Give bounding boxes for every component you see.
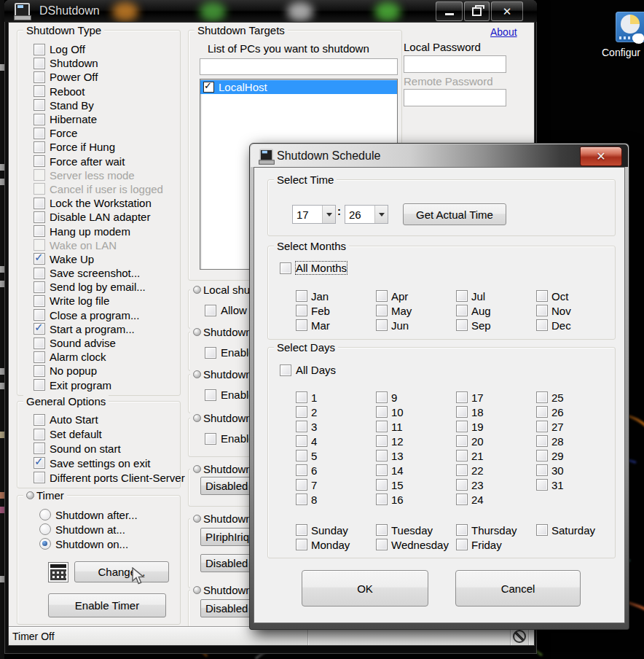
checkbox[interactable]: [456, 494, 468, 505]
all-months-checkbox[interactable]: All Months: [280, 261, 347, 275]
radio-item[interactable]: Shutdown at...: [39, 522, 138, 537]
checkbox[interactable]: [456, 290, 468, 302]
month-checkbox-item[interactable]: Aug: [456, 303, 536, 318]
checkbox-item[interactable]: Shutdown: [34, 56, 163, 70]
checkbox-item[interactable]: Server less mode: [34, 168, 163, 182]
checkbox[interactable]: [296, 305, 307, 316]
checkbox[interactable]: [34, 155, 45, 167]
radio-button[interactable]: [39, 538, 51, 550]
checkbox[interactable]: [376, 305, 388, 316]
checkbox-item[interactable]: Close a program...: [34, 308, 163, 322]
checkbox[interactable]: [536, 479, 548, 491]
close-button[interactable]: ✕: [491, 1, 523, 21]
day-checkbox-item[interactable]: 23: [456, 477, 536, 492]
checkbox[interactable]: [296, 290, 307, 302]
checkbox[interactable]: [296, 539, 307, 550]
checkbox[interactable]: [205, 305, 216, 316]
desktop-shortcut-label[interactable]: Configur: [602, 47, 644, 58]
month-checkbox-item[interactable]: Apr: [376, 289, 456, 303]
checkbox-item[interactable]: Write log file: [34, 294, 163, 308]
checkbox[interactable]: [296, 464, 307, 476]
checkbox[interactable]: [34, 429, 45, 440]
dialog-title-bar[interactable]: Shutdown Schedule ✕: [251, 144, 628, 167]
checkbox-item[interactable]: Stand By: [34, 98, 163, 112]
checkbox[interactable]: [536, 290, 548, 302]
about-link[interactable]: About: [490, 26, 517, 38]
checkbox-item[interactable]: Cancel if user is logged: [34, 182, 163, 196]
checkbox[interactable]: [376, 464, 388, 476]
checkbox-item[interactable]: Auto Start: [34, 413, 185, 427]
checkbox[interactable]: [536, 524, 548, 536]
weekday-checkbox-item[interactable]: Monday: [296, 537, 376, 552]
checkbox[interactable]: [536, 391, 548, 403]
checkbox[interactable]: [456, 464, 468, 476]
checkbox-item[interactable]: Different ports Client-Server: [34, 470, 185, 485]
checkbox[interactable]: [34, 309, 45, 321]
weekday-checkbox-item[interactable]: Friday: [456, 537, 536, 552]
weekday-checkbox-item[interactable]: Sunday: [296, 523, 376, 537]
checkbox[interactable]: [296, 391, 307, 403]
weekday-checkbox-item[interactable]: Saturday: [536, 523, 616, 537]
checkbox-item[interactable]: Sound advise: [34, 336, 163, 350]
day-checkbox-item[interactable]: 10: [376, 405, 456, 419]
checkbox-item[interactable]: Start a program...: [34, 322, 163, 336]
checkbox[interactable]: [296, 435, 307, 447]
day-checkbox-item[interactable]: 24: [456, 492, 536, 507]
radio-button[interactable]: [39, 509, 51, 520]
checkbox[interactable]: [34, 183, 45, 195]
day-checkbox-item[interactable]: 6: [296, 463, 376, 477]
checkbox[interactable]: [34, 281, 45, 293]
checkbox[interactable]: [34, 414, 45, 426]
weekday-checkbox-item[interactable]: Tuesday: [376, 523, 456, 537]
checkbox[interactable]: [536, 319, 548, 331]
checkbox[interactable]: [34, 99, 45, 111]
checkbox[interactable]: [456, 391, 468, 403]
dialog-close-button[interactable]: ✕: [580, 147, 622, 166]
checkbox-item[interactable]: Alarm clock: [34, 350, 163, 364]
day-checkbox-item[interactable]: 8: [296, 492, 376, 507]
checkbox[interactable]: [536, 464, 548, 476]
checkbox[interactable]: [34, 169, 45, 181]
checkbox[interactable]: [376, 539, 388, 550]
checkbox[interactable]: [296, 319, 307, 331]
checkbox-item[interactable]: Log Off: [34, 42, 163, 56]
checkbox-item[interactable]: Set default: [34, 427, 185, 442]
day-checkbox-item[interactable]: 12: [376, 434, 456, 448]
day-checkbox-item[interactable]: 9: [376, 390, 456, 405]
month-checkbox-item[interactable]: Feb: [296, 303, 376, 318]
radio-item[interactable]: Shutdown on...: [39, 537, 138, 551]
checkbox[interactable]: [456, 524, 468, 536]
checkbox[interactable]: [456, 305, 468, 316]
checkbox[interactable]: [296, 479, 307, 491]
checkbox-item[interactable]: Force: [34, 126, 163, 140]
checkbox[interactable]: [34, 351, 45, 363]
checkbox[interactable]: [296, 421, 307, 432]
checkbox-item[interactable]: Exit program: [34, 378, 163, 392]
checkbox[interactable]: [34, 225, 45, 237]
day-checkbox-item[interactable]: 17: [456, 390, 536, 405]
checkbox[interactable]: [456, 406, 468, 418]
checkbox-item[interactable]: Force if Hung: [34, 140, 163, 154]
checkbox[interactable]: [34, 198, 45, 209]
checkbox[interactable]: [34, 268, 45, 279]
day-checkbox-item[interactable]: 18: [456, 405, 536, 419]
pc-name-input[interactable]: [200, 58, 398, 75]
weekday-checkbox-item[interactable]: Thursday: [456, 523, 536, 537]
checkbox[interactable]: [280, 364, 291, 376]
checkbox[interactable]: [34, 442, 45, 454]
month-checkbox-item[interactable]: Oct: [536, 289, 616, 303]
day-checkbox-item[interactable]: 27: [536, 419, 616, 434]
checkbox[interactable]: [34, 141, 45, 153]
checkbox[interactable]: [34, 365, 45, 377]
checkbox[interactable]: [34, 457, 45, 469]
checkbox[interactable]: [296, 450, 307, 461]
checkbox[interactable]: [456, 421, 468, 432]
month-checkbox-item[interactable]: May: [376, 303, 456, 318]
minimize-button[interactable]: [436, 1, 463, 21]
day-checkbox-item[interactable]: 1: [296, 390, 376, 405]
checkbox[interactable]: [376, 479, 388, 491]
checkbox[interactable]: [456, 539, 468, 550]
checkbox-item[interactable]: Send log by email...: [34, 280, 163, 294]
hour-select[interactable]: 17: [292, 205, 336, 224]
checkbox[interactable]: [34, 323, 45, 335]
